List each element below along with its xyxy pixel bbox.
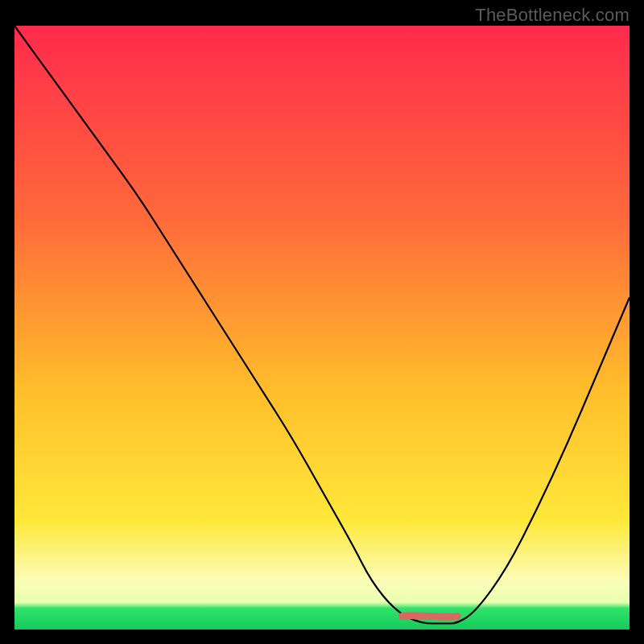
bottleneck-curve xyxy=(14,26,630,624)
curve-layer xyxy=(14,26,630,630)
watermark-text: TheBottleneck.com xyxy=(475,5,630,26)
chart-stage: TheBottleneck.com xyxy=(0,0,644,644)
plot-area xyxy=(14,26,630,630)
valley-accent-segment xyxy=(402,616,457,617)
